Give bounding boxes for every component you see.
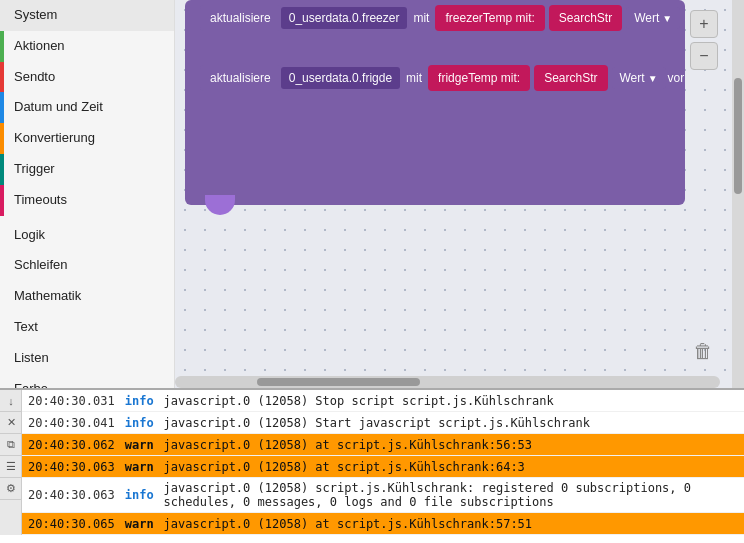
settings-icon[interactable]: ⚙ <box>0 478 22 500</box>
wert-arrow-2: ▼ <box>648 73 658 84</box>
console-msg-row3: javascript.0 (12058) at script.js.Kühlsc… <box>158 435 744 455</box>
block-aktualisiere-2[interactable]: aktualisiere <box>200 65 281 91</box>
block-wert-2[interactable]: Wert ▼ <box>612 67 666 89</box>
canvas-scrollbar-v-thumb <box>734 78 742 194</box>
wert-label-2: Wert <box>620 71 645 85</box>
zoom-out-button[interactable]: − <box>690 42 718 70</box>
block-row-1: aktualisiere 0_userdata.0.freezer mit fr… <box>200 5 680 31</box>
sidebar-item-sendto[interactable]: Sendto <box>0 62 174 93</box>
zoom-in-button[interactable]: + <box>690 10 718 38</box>
search-label-1: freezerTemp mit: <box>445 11 534 25</box>
sidebar-item-trigger[interactable]: Trigger <box>0 154 174 185</box>
console-level-row4: warn <box>121 457 158 477</box>
canvas-scrollbar-v[interactable] <box>732 0 744 388</box>
block-vor-2: vor <box>668 71 685 85</box>
wert-arrow-1: ▼ <box>662 13 672 24</box>
sidebar-item-mathematik[interactable]: Mathematik <box>0 281 174 312</box>
sidebar-item-text[interactable]: Text <box>0 312 174 343</box>
action-label-1: aktualisiere <box>210 11 271 25</box>
searchstr-label-2: SearchStr <box>544 71 597 85</box>
console-msg-row4: javascript.0 (12058) at script.js.Kühlsc… <box>158 457 744 477</box>
sidebar-item-datum-und-zeit[interactable]: Datum und Zeit <box>0 92 174 123</box>
download-icon[interactable]: ↓ <box>0 390 22 412</box>
sidebar-item-timeouts[interactable]: Timeouts <box>0 185 174 216</box>
main-block-container: aktualisiere 0_userdata.0.freezer mit fr… <box>185 0 685 205</box>
block-aktualisiere-1[interactable]: aktualisiere <box>200 5 281 31</box>
console-msg-row2: javascript.0 (12058) Start javascript sc… <box>158 413 744 433</box>
sidebar-item-konvertierung[interactable]: Konvertierung <box>0 123 174 154</box>
zoom-in-icon: + <box>699 15 708 33</box>
block-search-2[interactable]: fridgeTemp mit: <box>428 65 530 91</box>
canvas-with-scrollbar: aktualisiere 0_userdata.0.freezer mit fr… <box>175 0 744 388</box>
console-time-row3: 20:40:30.062 <box>22 435 121 455</box>
console-row-row3: 20:40:30.062warnjavascript.0 (12058) at … <box>22 434 744 456</box>
field-value-2: 0_userdata.0.frigde <box>289 71 392 85</box>
console-level-row2: info <box>121 413 158 433</box>
action-label-2: aktualisiere <box>210 71 271 85</box>
canvas-area: aktualisiere 0_userdata.0.freezer mit fr… <box>175 0 732 388</box>
console-row-row1: 20:40:30.031infojavascript.0 (12058) Sto… <box>22 390 744 412</box>
zoom-controls: + − <box>690 10 718 70</box>
block-searchstr-1[interactable]: SearchStr <box>549 5 622 31</box>
console-time-row5: 20:40:30.063 <box>22 485 121 505</box>
console-level-row6: warn <box>121 514 158 534</box>
sidebar-item-farbe[interactable]: Farbe <box>0 374 174 388</box>
block-mit-1: mit <box>407 11 435 25</box>
field-value-1: 0_userdata.0.freezer <box>289 11 400 25</box>
console-msg-row6: javascript.0 (12058) at script.js.Kühlsc… <box>158 514 744 534</box>
console-time-row2: 20:40:30.041 <box>22 413 121 433</box>
block-field-1[interactable]: 0_userdata.0.freezer <box>281 7 408 29</box>
console-level-row1: info <box>121 391 158 411</box>
console-row-row4: 20:40:30.063warnjavascript.0 (12058) at … <box>22 456 744 478</box>
console-wrapper: ↓✕⧉☰⚙ 20:40:30.031infojavascript.0 (1205… <box>0 390 744 535</box>
console-level-row5: info <box>121 485 158 505</box>
block-field-2[interactable]: 0_userdata.0.frigde <box>281 67 400 89</box>
block-search-1[interactable]: freezerTemp mit: <box>435 5 544 31</box>
console-content: 20:40:30.031infojavascript.0 (12058) Sto… <box>22 390 744 535</box>
console-row-row5: 20:40:30.063infojavascript.0 (12058) scr… <box>22 478 744 513</box>
console-row-row2: 20:40:30.041infojavascript.0 (12058) Sta… <box>22 412 744 434</box>
searchstr-label-1: SearchStr <box>559 11 612 25</box>
list-icon[interactable]: ☰ <box>0 456 22 478</box>
canvas-scrollbar-h[interactable] <box>175 376 720 388</box>
canvas-scrollbar-h-thumb <box>257 378 421 386</box>
console-row-row6: 20:40:30.065warnjavascript.0 (12058) at … <box>22 513 744 535</box>
console-msg-row5: javascript.0 (12058) script.js.Kühlschra… <box>158 478 744 512</box>
console-area: ↓✕⧉☰⚙ 20:40:30.031infojavascript.0 (1205… <box>0 388 744 543</box>
sidebar-item-schleifen[interactable]: Schleifen <box>0 250 174 281</box>
sidebar-item-logik[interactable]: Logik <box>0 220 174 251</box>
console-msg-row1: javascript.0 (12058) Stop script script.… <box>158 391 744 411</box>
block-row-2: aktualisiere 0_userdata.0.frigde mit fri… <box>200 65 684 91</box>
block-mit-2: mit <box>400 71 428 85</box>
console-level-row3: warn <box>121 435 158 455</box>
sidebar: SystemAktionenSendtoDatum und ZeitKonver… <box>0 0 175 388</box>
block-searchstr-2[interactable]: SearchStr <box>534 65 607 91</box>
trash-button[interactable]: 🗑 <box>688 334 718 368</box>
console-time-row4: 20:40:30.063 <box>22 457 121 477</box>
search-label-2: fridgeTemp mit: <box>438 71 520 85</box>
block-wert-1[interactable]: Wert ▼ <box>626 7 680 29</box>
wert-label-1: Wert <box>634 11 659 25</box>
copy-icon[interactable]: ⧉ <box>0 434 22 456</box>
console-time-row1: 20:40:30.031 <box>22 391 121 411</box>
zoom-out-icon: − <box>699 47 708 65</box>
main-area: SystemAktionenSendtoDatum und ZeitKonver… <box>0 0 744 388</box>
console-icon-sidebar: ↓✕⧉☰⚙ <box>0 390 22 535</box>
trash-icon: 🗑 <box>693 340 713 363</box>
sidebar-item-aktionen[interactable]: Aktionen <box>0 31 174 62</box>
sidebar-item-system[interactable]: System <box>0 0 174 31</box>
sidebar-item-listen[interactable]: Listen <box>0 343 174 374</box>
console-time-row6: 20:40:30.065 <box>22 514 121 534</box>
clear-icon[interactable]: ✕ <box>0 412 22 434</box>
connector-arc <box>205 195 235 215</box>
